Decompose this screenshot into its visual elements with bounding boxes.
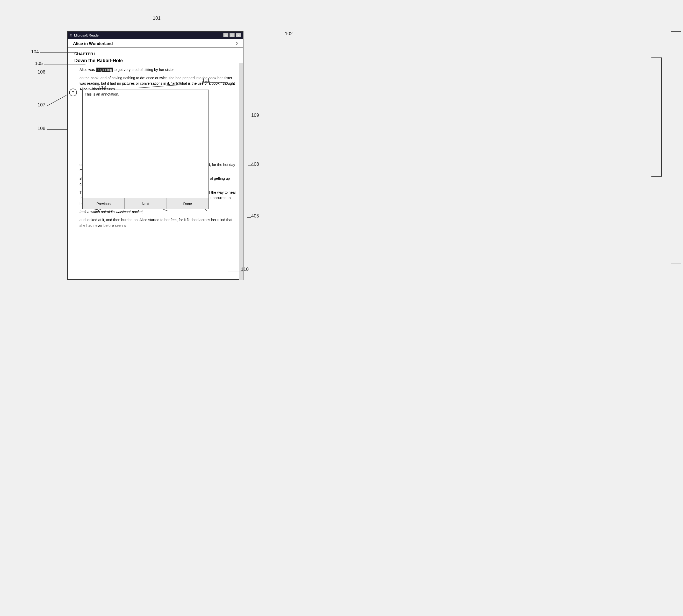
highlighted-word: beginning	[96, 68, 113, 72]
previous-button[interactable]: Previous	[83, 198, 125, 209]
label-105: 105	[35, 61, 43, 66]
label-107: 107	[38, 102, 45, 108]
minimize-button[interactable]: ─	[223, 33, 229, 37]
annotation-marker-icon[interactable]: T	[69, 89, 77, 96]
page-number: 2	[236, 42, 238, 46]
book-title: Alice in Wonderland	[73, 41, 113, 46]
label-106: 106	[38, 69, 45, 75]
paragraph-4-end: and looked at it, and then hurried on, A…	[80, 217, 236, 228]
book-content: CHAPTER I Down the Rabbit-Hole T Alice w…	[68, 48, 243, 280]
label-108: 108	[38, 126, 45, 131]
diagram-container: 101 ⊡ Microsoft Reader ─ □ ✕ Alice in Wo…	[26, 16, 647, 606]
paragraph-1: Alice was beginning to get very tired of…	[80, 67, 236, 73]
annotation-buttons: Previous Next Done	[83, 198, 209, 209]
scrollbar[interactable]	[239, 63, 243, 280]
titlebar-controls: ─ □ ✕	[223, 33, 241, 37]
done-button[interactable]: Done	[167, 198, 209, 209]
bracket-outer	[671, 31, 681, 264]
titlebar: ⊡ Microsoft Reader ─ □ ✕	[68, 31, 243, 39]
label-405: 405	[251, 213, 259, 219]
label-102: 102	[285, 31, 293, 37]
para1-end: to get very tired of sitting by her sist…	[113, 68, 174, 72]
close-button[interactable]: ✕	[236, 33, 241, 37]
label-109: 109	[251, 113, 259, 118]
label-301: 301	[176, 81, 184, 87]
next-button[interactable]: Next	[125, 198, 167, 209]
label-104: 104	[31, 49, 39, 54]
reader-icon: ⊡	[70, 34, 72, 37]
maximize-button[interactable]: □	[230, 33, 235, 37]
label-110: 110	[241, 267, 249, 272]
label-408: 408	[251, 161, 259, 167]
bracket-inner	[652, 58, 662, 177]
annotation-popup: This is an annotation. Previous Next Don…	[82, 90, 209, 209]
label-101: 101	[153, 16, 161, 21]
window-title: Microsoft Reader	[74, 34, 100, 37]
label-111: 111	[202, 78, 210, 83]
chapter-label: CHAPTER I	[74, 51, 236, 56]
svg-line-5	[47, 93, 70, 106]
reader-window: ⊡ Microsoft Reader ─ □ ✕ Alice in Wonder…	[67, 31, 243, 280]
para1-start: Alice was	[80, 68, 96, 72]
chapter-title: Down the Rabbit-Hole	[74, 58, 236, 63]
annotation-textarea[interactable]: This is an annotation.	[83, 90, 209, 197]
paragraph-4-italic: took a watch out of its waistcoat-pocket…	[80, 209, 236, 215]
book-header: Alice in Wonderland 2	[68, 39, 243, 48]
